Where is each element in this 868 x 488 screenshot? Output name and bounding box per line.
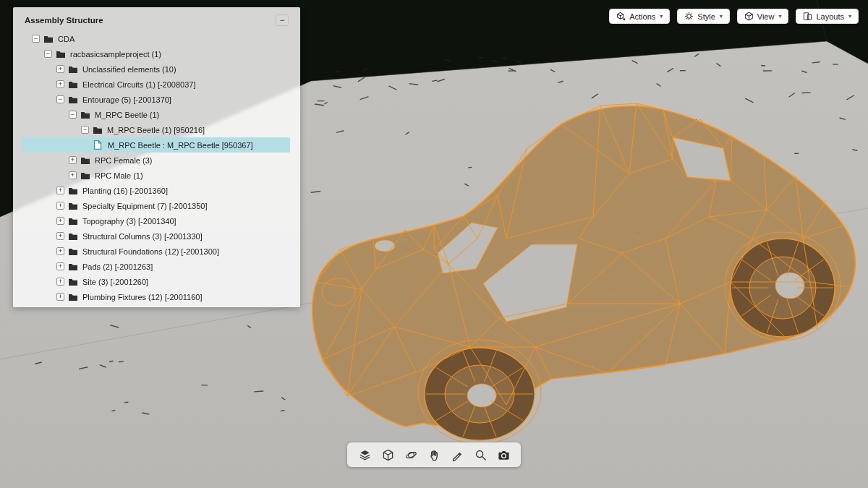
tool-model[interactable]	[379, 446, 396, 463]
expand-toggle[interactable]: +	[56, 217, 64, 225]
tree-item[interactable]: +Topography (3) [-2001340]	[22, 213, 290, 228]
front-wheel-hub	[467, 384, 496, 407]
expand-toggle[interactable]: +	[56, 202, 64, 210]
tree-item[interactable]: +Unclassified elements (10)	[22, 61, 290, 77]
tree-item-label: M_RPC Beetle (1)	[95, 111, 159, 119]
tree-item-label: Plumbing Fixtures (12) [-2001160]	[82, 293, 203, 301]
tree-item[interactable]: M_RPC Beetle : M_RPC Beetle [950367]	[22, 137, 290, 153]
chevron-down-icon: ▾	[720, 13, 723, 20]
tree-item-label: Planting (16) [-2001360]	[82, 187, 168, 195]
tree-item[interactable]: +Pads (2) [-2001263]	[22, 259, 290, 274]
actions-button[interactable]: Actions▾	[609, 9, 670, 24]
tool-orbit[interactable]	[402, 446, 420, 463]
pan-icon	[428, 449, 441, 461]
tree-item[interactable]: +Electrical Circuits (1) [-2008037]	[22, 77, 290, 92]
tree-item[interactable]: +Structural Foundations (12) [-2001300]	[22, 244, 290, 259]
expand-toggle[interactable]: +	[56, 293, 64, 301]
folder-icon	[56, 49, 67, 59]
panel-title: Assembly Structure	[25, 16, 103, 25]
tree-item[interactable]: −racbasicsampleproject (1)	[22, 46, 290, 61]
tree-item-label: Electrical Circuits (1) [-2008037]	[82, 80, 196, 89]
tree-item[interactable]: +RPC Male (1)	[22, 168, 290, 183]
collapse-toggle[interactable]: −	[81, 126, 89, 134]
folder-icon	[68, 262, 79, 271]
tree-item-label: M_RPC Beetle (1) [950216]	[107, 126, 205, 134]
layouts-icon	[803, 12, 812, 21]
tree-item-label: racbasicsampleproject (1)	[70, 50, 161, 59]
panel-collapse-button[interactable]: −	[276, 14, 289, 26]
tree-item[interactable]: +RPC Female (3)	[22, 153, 290, 168]
document-icon	[93, 140, 104, 150]
viewer-menu-bar: Actions▾Style▾View▾Layouts▾	[609, 9, 859, 24]
folder-icon	[68, 216, 79, 226]
folder-icon	[80, 171, 91, 180]
expand-toggle[interactable]: +	[56, 247, 64, 255]
search-icon	[475, 449, 487, 461]
folder-icon	[68, 201, 79, 210]
camera-icon	[498, 449, 510, 461]
assembly-tree: −CDA−racbasicsampleproject (1)+Unclassif…	[13, 31, 300, 304]
chevron-down-icon: ▾	[778, 13, 781, 20]
tree-item[interactable]: −CDA	[22, 31, 290, 46]
button-label: Actions	[629, 12, 655, 21]
tool-search[interactable]	[472, 446, 489, 463]
tree-item-label: Structural Foundations (12) [-2001300]	[82, 247, 219, 256]
collapse-toggle[interactable]: −	[32, 35, 40, 43]
model-icon	[382, 449, 394, 461]
tree-item-label: Site (3) [-2001260]	[82, 278, 148, 286]
folder-icon	[68, 186, 79, 195]
tree-item[interactable]: +Specialty Equipment (7) [-2001350]	[22, 198, 290, 213]
tree-item-label: RPC Male (1)	[95, 171, 143, 180]
button-label: Layouts	[816, 12, 844, 21]
collapse-toggle[interactable]: −	[69, 111, 77, 119]
view-button[interactable]: View▾	[737, 9, 789, 24]
tool-pan[interactable]	[425, 446, 443, 463]
expand-toggle[interactable]: +	[69, 156, 77, 164]
expand-toggle[interactable]: +	[56, 232, 64, 240]
folder-icon	[68, 277, 79, 286]
expand-toggle[interactable]: +	[56, 278, 64, 286]
expand-toggle[interactable]: +	[56, 262, 64, 270]
tree-item-label: Structural Columns (3) [-2001330]	[82, 232, 203, 241]
orbit-icon	[405, 449, 417, 461]
tree-item[interactable]: −M_RPC Beetle (1)	[22, 107, 290, 122]
tree-item[interactable]: +Planting (16) [-2001360]	[22, 183, 290, 198]
chevron-down-icon: ▾	[848, 13, 851, 20]
folder-icon	[68, 231, 79, 241]
tree-item[interactable]: +Site (3) [-2001260]	[22, 274, 290, 289]
view-icon	[744, 12, 754, 21]
measure-icon	[451, 449, 464, 461]
tree-item-label: Unclassified elements (10)	[82, 65, 176, 74]
tree-item-label: CDA	[58, 35, 75, 43]
tree-item-label: M_RPC Beetle : M_RPC Beetle [950367]	[108, 141, 253, 150]
tree-item-label: Specialty Equipment (7) [-2001350]	[82, 202, 207, 210]
folder-icon	[80, 155, 91, 165]
style-button[interactable]: Style▾	[677, 9, 729, 24]
tool-camera[interactable]	[495, 446, 512, 463]
folder-icon	[80, 110, 91, 119]
expand-toggle[interactable]: +	[69, 171, 77, 179]
layers-icon	[359, 449, 371, 461]
tree-item[interactable]: +Plumbing Fixtures (12) [-2001160]	[22, 289, 290, 304]
tool-layers[interactable]	[356, 446, 373, 463]
folder-icon	[43, 34, 54, 43]
panel-header: Assembly Structure −	[13, 7, 300, 30]
tree-item[interactable]: −Entourage (5) [-2001370]	[22, 92, 290, 107]
viewer-tool-bar	[347, 442, 521, 467]
expand-toggle[interactable]: +	[56, 65, 64, 73]
style-icon	[684, 12, 694, 21]
chevron-down-icon: ▾	[660, 13, 663, 20]
folder-icon	[68, 80, 79, 89]
folder-icon	[93, 125, 103, 134]
folder-icon	[68, 95, 79, 104]
layouts-button[interactable]: Layouts▾	[796, 9, 859, 24]
tool-measure[interactable]	[448, 446, 466, 463]
expand-toggle[interactable]: +	[56, 80, 64, 88]
tree-item-label: Topography (3) [-2001340]	[82, 217, 176, 226]
tree-item[interactable]: +Structural Columns (3) [-2001330]	[22, 228, 290, 244]
tree-item[interactable]: −M_RPC Beetle (1) [950216]	[22, 122, 290, 137]
button-label: Style	[697, 12, 715, 21]
expand-toggle[interactable]: +	[56, 187, 64, 194]
collapse-toggle[interactable]: −	[56, 95, 64, 103]
collapse-toggle[interactable]: −	[44, 50, 52, 58]
